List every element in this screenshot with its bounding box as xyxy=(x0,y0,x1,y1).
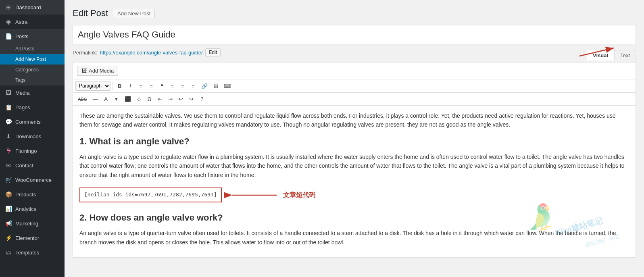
strikethrough-button[interactable]: ABC xyxy=(75,95,90,103)
sidebar-item-elementor[interactable]: ⚡ Elementor xyxy=(0,231,65,245)
align-right-button[interactable]: ≡ xyxy=(188,81,198,91)
sidebar-item-marketing[interactable]: 📢 Marketing xyxy=(0,216,65,231)
sidebar-item-products[interactable]: 📦 Products xyxy=(0,187,65,202)
ordered-list-button[interactable]: ≡ xyxy=(146,81,156,91)
unordered-list-button[interactable]: ≡ xyxy=(136,81,146,91)
editor-area: Visual Text 🖼 Add Media xyxy=(73,62,636,258)
contact-icon: ✉ xyxy=(5,162,12,169)
sidebar-item-astra[interactable]: ◉ Astra xyxy=(0,15,65,29)
editor-tabs: Visual Text xyxy=(587,50,636,60)
heading-2: 2. How does an angle valve work? xyxy=(79,210,629,225)
sidebar-item-flamingo[interactable]: 🦩 Flamingo xyxy=(0,144,65,158)
media-bar: 🖼 Add Media xyxy=(73,62,636,79)
tab-text[interactable]: Text xyxy=(614,50,636,60)
add-media-button[interactable]: 🖼 Add Media xyxy=(77,66,118,76)
italic-button[interactable]: I xyxy=(125,81,135,91)
sidebar-item-analytics[interactable]: 📊 Analytics xyxy=(0,202,65,216)
posts-submenu: All Posts Add New Post Categories Tags xyxy=(0,44,65,85)
toolbar-row2: ABC — A ▾ ⬛ ◇ Ω ⇤ ⇥ ↩ ↪ ? xyxy=(73,93,636,106)
undo-button[interactable]: ↩ xyxy=(176,94,186,104)
paragraph-2: An angle valve is a type of quarter-turn… xyxy=(79,229,629,247)
clear-button[interactable]: ◇ xyxy=(134,94,144,104)
redo-button[interactable]: ↪ xyxy=(187,94,196,104)
table-button[interactable]: ⊞ xyxy=(211,81,221,91)
indent-button[interactable]: ⇥ xyxy=(166,94,175,104)
sidebar: ⊞ Dashboard ◉ Astra 📄 Posts All Posts Ad… xyxy=(0,0,65,277)
paragraph-select[interactable]: Paragraph xyxy=(75,81,110,91)
toolbar-toggle-button[interactable]: ⌨ xyxy=(221,81,234,91)
downloads-icon: ⬇ xyxy=(5,133,12,140)
main-content: Edit Post Add New Post Permalink: https:… xyxy=(65,0,644,277)
shortcode-annotation: 文章短代码 xyxy=(283,190,315,200)
toolbar-separator xyxy=(113,82,113,90)
post-title-input[interactable] xyxy=(73,25,636,44)
pages-icon: 📋 xyxy=(5,104,12,111)
help-button[interactable]: ? xyxy=(197,94,207,104)
templates-icon: 🗂 xyxy=(5,249,12,256)
submenu-add-new-post[interactable]: Add New Post xyxy=(0,54,65,65)
blockquote-button[interactable]: ❝ xyxy=(157,81,167,91)
shortcode-area: [neilian ids ids=7697,7691,7282,7695,769… xyxy=(79,184,629,206)
page-header: Edit Post Add New Post xyxy=(73,8,636,19)
media-icon: 🖼 xyxy=(5,89,12,96)
elementor-icon: ⚡ xyxy=(5,234,12,242)
sidebar-item-dashboard[interactable]: ⊞ Dashboard xyxy=(0,0,65,15)
editor-wrapper: 🖼 Add Media Paragraph B I ≡ ≡ ❝ ≡ ≡ ≡ 🔗 xyxy=(73,62,636,258)
marketing-icon: 📢 xyxy=(5,220,12,227)
permalink-label: Permalink: xyxy=(73,50,97,56)
astra-icon: ◉ xyxy=(5,18,12,25)
shortcode-arrow xyxy=(228,189,277,201)
editor-content[interactable]: These are among the sustainable valves. … xyxy=(73,106,636,257)
sidebar-item-contact[interactable]: ✉ Contact xyxy=(0,158,65,173)
color-dropdown-button[interactable]: ▾ xyxy=(112,94,121,104)
analytics-icon: 📊 xyxy=(5,205,12,212)
link-button[interactable]: 🔗 xyxy=(199,81,210,91)
dashboard-icon: ⊞ xyxy=(5,4,12,11)
posts-icon: 📄 xyxy=(5,33,12,40)
sidebar-item-media[interactable]: 🖼 Media xyxy=(0,85,65,100)
toolbar-row1: Paragraph B I ≡ ≡ ❝ ≡ ≡ ≡ 🔗 ⊞ ⌨ xyxy=(73,79,636,93)
page-title: Edit Post xyxy=(73,8,108,19)
permalink-edit-button[interactable]: Edit xyxy=(205,48,221,56)
sidebar-item-pages[interactable]: 📋 Pages xyxy=(0,100,65,115)
paste-button[interactable]: ⬛ xyxy=(122,94,133,104)
special-char-button[interactable]: Ω xyxy=(145,94,154,104)
woocommerce-icon: 🛒 xyxy=(5,176,12,183)
align-left-button[interactable]: ≡ xyxy=(167,81,177,91)
sidebar-item-posts[interactable]: 📄 Posts xyxy=(0,29,65,44)
outdent-button[interactable]: ⇤ xyxy=(155,94,165,104)
tab-visual[interactable]: Visual xyxy=(587,50,614,60)
bold-button[interactable]: B xyxy=(115,81,125,91)
sidebar-item-downloads[interactable]: ⬇ Downloads xyxy=(0,129,65,144)
submenu-categories[interactable]: Categories xyxy=(0,65,65,75)
hr-button[interactable]: — xyxy=(90,94,100,104)
align-center-button[interactable]: ≡ xyxy=(178,81,188,91)
flamingo-icon: 🦩 xyxy=(5,147,12,154)
permalink-url[interactable]: https://example.com/angle-valves-faq-gui… xyxy=(100,50,202,56)
submenu-tags[interactable]: Tags xyxy=(0,75,65,85)
products-icon: 📦 xyxy=(5,191,12,198)
add-media-icon: 🖼 xyxy=(81,68,87,74)
shortcode-block: [neilian ids ids=7697,7691,7282,7695,769… xyxy=(79,187,222,202)
sidebar-item-templates[interactable]: 🗂 Templates xyxy=(0,245,65,260)
comments-icon: 💬 xyxy=(5,118,12,125)
permalink-bar: Permalink: https://example.com/angle-val… xyxy=(73,48,636,56)
heading-1: 1. What is an angle valve? xyxy=(79,134,629,148)
sidebar-item-woocommerce[interactable]: 🛒 WooCommerce xyxy=(0,173,65,187)
sidebar-item-comments[interactable]: 💬 Comments xyxy=(0,115,65,129)
paragraph-1: An angle valve is a type used to regulat… xyxy=(79,152,629,179)
text-color-button[interactable]: A xyxy=(101,94,111,104)
submenu-all-posts[interactable]: All Posts xyxy=(0,44,65,54)
intro-paragraph: These are among the sustainable valves. … xyxy=(79,111,629,129)
add-new-post-button[interactable]: Add New Post xyxy=(113,9,155,18)
